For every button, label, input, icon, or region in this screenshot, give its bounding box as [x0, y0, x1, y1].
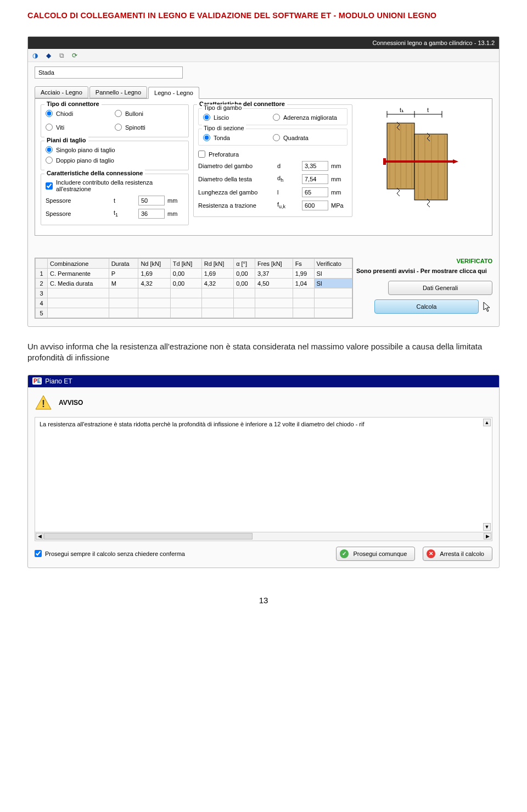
- radio-spinotti[interactable]: Spinotti: [115, 122, 184, 132]
- table-cell: 1,69: [138, 269, 170, 279]
- param-input[interactable]: [302, 161, 328, 171]
- scroll-thumb[interactable]: [44, 533, 253, 540]
- table-cell: C. Media durata: [48, 279, 109, 288]
- param-input[interactable]: [302, 187, 328, 197]
- name-input[interactable]: [35, 66, 183, 79]
- table-header: Td [kN]: [170, 259, 201, 269]
- check-label: Prosegui sempre il calcolo senza chieder…: [45, 550, 185, 557]
- table-cell: 1,69: [201, 269, 233, 279]
- radio-doppio-piano[interactable]: Doppio piano di taglio: [46, 155, 184, 165]
- radio-liscio[interactable]: Liscio: [203, 112, 273, 123]
- table-cell: [48, 308, 109, 318]
- table-cell: 1: [36, 269, 48, 279]
- table-row[interactable]: 4: [36, 298, 352, 308]
- table-cell: 5: [36, 308, 48, 318]
- tipo-sezione-group: Tipo di sezione Tonda Quadrata: [198, 129, 347, 146]
- table-header: Combinazione: [48, 259, 109, 269]
- radio-label: Doppio piano di taglio: [56, 157, 114, 164]
- tab-pane: Tipo di connettore Chiodi Bulloni Viti S…: [35, 98, 492, 236]
- refresh-icon[interactable]: ⟳: [70, 51, 80, 60]
- table-cell: [234, 298, 255, 308]
- param-unit: mm: [167, 197, 184, 204]
- radio-bulloni[interactable]: Bulloni: [115, 108, 184, 119]
- param-input[interactable]: [302, 174, 328, 184]
- radio-label: Bulloni: [125, 110, 143, 117]
- check-prosegui-sempre[interactable]: Prosegui sempre il calcolo senza chieder…: [35, 550, 185, 557]
- scroll-down-icon[interactable]: ▼: [483, 523, 491, 531]
- warning-message-box[interactable]: La resistenza all'estrazione è stata rid…: [35, 417, 492, 532]
- table-header: Fres [kN]: [255, 259, 293, 269]
- param-input[interactable]: [138, 196, 165, 205]
- diamond-icon[interactable]: ◆: [43, 51, 53, 60]
- table-cell: P: [109, 269, 138, 279]
- window-titlebar: Connessioni legno a gambo cilindrico - 1…: [28, 37, 499, 49]
- table-row[interactable]: 1C. PermanenteP1,690,001,690,003,371,99S…: [36, 269, 352, 279]
- tab-pannello-legno[interactable]: Pannello - Legno: [89, 86, 147, 98]
- prosegui-button[interactable]: ✓ Prosegui comunque: [336, 547, 415, 561]
- app-badge-icon: PE: [32, 377, 42, 385]
- piani-taglio-group: Piani di taglio Singolo piano di taglio …: [41, 141, 189, 170]
- table-cell: C. Permanente: [48, 269, 109, 279]
- param-unit: MPa: [331, 202, 347, 209]
- radio-chiodi[interactable]: Chiodi: [46, 108, 115, 119]
- group-legend: Caratteristiche della connessione: [44, 170, 145, 176]
- back-icon[interactable]: ◑: [30, 51, 40, 60]
- stop-icon: ✕: [427, 549, 435, 558]
- table-cell: 2: [36, 279, 48, 288]
- warnings-link[interactable]: Sono presenti avvisi - Per mostrare clic…: [356, 268, 492, 274]
- tipo-connettore-group: Tipo di connettore Chiodi Bulloni Viti S…: [41, 104, 189, 137]
- horizontal-scrollbar[interactable]: ◀ ▶: [35, 532, 492, 541]
- continue-icon: ✓: [340, 549, 349, 558]
- table-cell: [255, 308, 293, 318]
- scroll-right-icon[interactable]: ▶: [484, 533, 491, 540]
- param-symbol: t: [114, 197, 136, 204]
- group-legend: Piani di taglio: [44, 137, 88, 143]
- arresta-button[interactable]: ✕ Arresta il calcolo: [423, 547, 492, 561]
- table-header: Durata: [109, 259, 138, 269]
- window-title: Connessioni legno a gambo cilindrico - 1…: [372, 40, 495, 46]
- table-cell: 4,32: [201, 279, 233, 288]
- table-cell: [138, 308, 170, 318]
- table-cell: [170, 288, 201, 298]
- results-table[interactable]: CombinazioneDurataNd [kN]Td [kN]Rd [kN]α…: [35, 258, 352, 318]
- dialog-title: Piano ET: [45, 377, 72, 385]
- scroll-up-icon[interactable]: ▲: [483, 419, 491, 426]
- table-cell: 1,04: [293, 279, 314, 288]
- table-row[interactable]: 2C. Media durataM4,320,004,320,004,501,0…: [36, 279, 352, 288]
- table-cell: 0,00: [234, 279, 255, 288]
- table-row[interactable]: 3: [36, 288, 352, 298]
- warning-icon: !: [35, 394, 52, 411]
- radio-tonda[interactable]: Tonda: [203, 132, 273, 143]
- radio-quadrata[interactable]: Quadrata: [273, 132, 343, 143]
- table-cell: SI: [314, 279, 352, 288]
- dati-generali-button[interactable]: Dati Generali: [388, 281, 492, 295]
- table-cell: [48, 298, 109, 308]
- warning-message-text: La resistenza all'estrazione è stata rid…: [40, 421, 365, 427]
- table-cell: 0,00: [170, 269, 201, 279]
- caratteristiche-connessione-group: Caratteristiche della connessione Includ…: [41, 174, 189, 225]
- radio-aderenza[interactable]: Aderenza migliorata: [273, 112, 343, 123]
- radio-singolo-piano[interactable]: Singolo piano di taglio: [46, 144, 184, 155]
- copy-icon[interactable]: ⧉: [57, 51, 66, 60]
- table-cell: [293, 298, 314, 308]
- page-header: CALCOLO DI COLLEGAMENTI IN LEGNO E VALID…: [27, 11, 500, 20]
- check-preforatura[interactable]: Preforatura: [198, 149, 347, 159]
- table-row[interactable]: 5: [36, 308, 352, 318]
- table-cell: 4: [36, 298, 48, 308]
- check-includere-estrazione[interactable]: Includere contributo della resistenza al…: [46, 177, 184, 194]
- tab-legno-legno[interactable]: Legno - Legno: [148, 87, 199, 99]
- table-cell: [293, 288, 314, 298]
- table-cell: [109, 308, 138, 318]
- param-label: Diametro della testa: [198, 176, 274, 182]
- radio-viti[interactable]: Viti: [46, 122, 115, 132]
- tab-acciaio-legno[interactable]: Acciaio - Legno: [35, 86, 88, 98]
- body-paragraph: Un avviso informa che la resistenza all'…: [27, 341, 500, 364]
- warning-heading: AVVISO: [59, 399, 83, 407]
- scroll-left-icon[interactable]: ◀: [36, 533, 43, 540]
- param-input[interactable]: [302, 201, 328, 210]
- param-lunghezza-gambo: Lunghezza del gambo l mm: [198, 186, 347, 199]
- table-cell: [255, 298, 293, 308]
- svg-rect-17: [383, 158, 386, 165]
- param-input[interactable]: [138, 209, 165, 219]
- calcola-button[interactable]: Calcola: [374, 299, 479, 314]
